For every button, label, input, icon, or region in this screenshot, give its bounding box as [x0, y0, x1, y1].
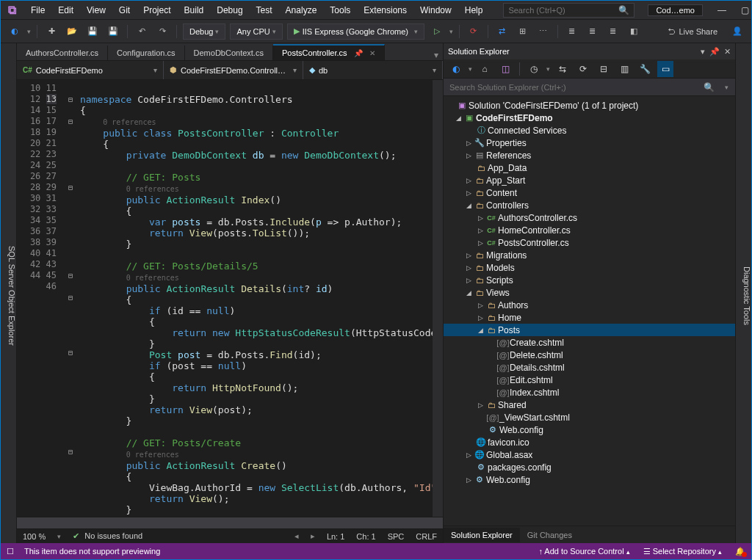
expand-icon[interactable]: ◢: [454, 114, 463, 122]
tree-favicon[interactable]: 🌐favicon.ico: [444, 436, 735, 448]
se-sync-button[interactable]: ⇆: [554, 61, 571, 77]
tree-references[interactable]: ▷▤References: [444, 149, 735, 161]
se-home-button[interactable]: ⌂: [477, 61, 493, 77]
tree-webconfig-views[interactable]: ⚙Web.config: [444, 423, 735, 436]
tree-posts-controller[interactable]: ▷C#PostsController.cs: [444, 236, 735, 249]
tree-content[interactable]: ▷🗀Content: [444, 186, 735, 199]
tree-models[interactable]: ▷🗀Models: [444, 261, 735, 274]
menu-tools[interactable]: Tools: [324, 3, 356, 18]
browser-link-button[interactable]: ⇄: [494, 23, 510, 40]
caret-next-button[interactable]: ▸: [311, 531, 315, 541]
horizontal-scrollbar[interactable]: [17, 517, 443, 528]
tab-overflow-button[interactable]: ▾: [430, 50, 443, 60]
doc-tab-configuration[interactable]: Configuration.cs: [108, 46, 185, 60]
expand-icon[interactable]: ▷: [476, 214, 485, 222]
expand-icon[interactable]: ▷: [464, 476, 473, 484]
select-repository[interactable]: ☰ Select Repository ▴: [643, 547, 722, 556]
menu-file[interactable]: File: [25, 3, 51, 18]
code-editor[interactable]: 10 11 12 13 14 15 16 17 18 19 20 21 22 2…: [17, 80, 443, 517]
se-back-button[interactable]: ◐: [448, 61, 464, 77]
expand-icon[interactable]: ▷: [476, 401, 485, 409]
tree-app-data[interactable]: 🗀App_Data: [444, 161, 735, 174]
tab-close-icon[interactable]: ✕: [369, 49, 375, 57]
tree-properties[interactable]: ▷🔧Properties: [444, 137, 735, 149]
menu-view[interactable]: View: [81, 3, 112, 18]
build-config-select[interactable]: Debug ▾: [183, 23, 225, 40]
platform-select[interactable]: Any CPU ▾: [230, 23, 282, 40]
maximize-button[interactable]: ▢: [735, 3, 752, 18]
tree-app-start[interactable]: ▷🗀App_Start: [444, 174, 735, 186]
format-button[interactable]: ≣: [564, 23, 580, 40]
tree-webconfig[interactable]: ▷⚙Web.config: [444, 473, 735, 486]
se-preview-button[interactable]: ▭: [657, 61, 673, 77]
tree-migrations[interactable]: ▷🗀Migrations: [444, 249, 735, 261]
expand-icon[interactable]: ▷: [476, 227, 485, 234]
menu-git[interactable]: Git: [113, 3, 136, 18]
menu-test[interactable]: Test: [250, 3, 278, 18]
tree-create-cshtml[interactable]: [@]Create.cshtml: [444, 336, 735, 349]
tree-views-authors[interactable]: ▷🗀Authors: [444, 299, 735, 311]
save-button[interactable]: 💾: [84, 23, 101, 40]
issues-indicator[interactable]: ✔ No issues found: [73, 531, 142, 541]
menu-edit[interactable]: Edit: [52, 3, 79, 18]
expand-icon[interactable]: ◢: [464, 202, 473, 209]
solution-name-badge[interactable]: Cod…emo: [648, 4, 703, 16]
menu-help[interactable]: Help: [459, 3, 489, 18]
start-without-debug-button[interactable]: ▷: [429, 23, 445, 40]
expand-icon[interactable]: ▷: [464, 264, 473, 272]
se-collapse-button[interactable]: ⊟: [596, 61, 612, 77]
expand-icon[interactable]: ▷: [464, 152, 473, 159]
notifications-button[interactable]: 🔔: [735, 547, 745, 556]
nav-member-dropdown[interactable]: ◆ db ▾: [303, 61, 443, 79]
save-all-button[interactable]: 💾: [105, 23, 121, 40]
tree-authors-controller[interactable]: ▷C#AuthorsController.cs: [444, 211, 735, 224]
se-close-icon[interactable]: ✕: [724, 47, 731, 57]
tree-views-shared[interactable]: ▷🗀Shared: [444, 399, 735, 411]
expand-icon[interactable]: ▷: [464, 139, 473, 147]
left-tool-rail[interactable]: SQL Server Object Explorer: [1, 43, 17, 543]
new-item-button[interactable]: ✚: [43, 23, 59, 40]
tree-views-posts[interactable]: ◢🗀Posts: [444, 324, 735, 336]
tree-home-controller[interactable]: ▷C#HomeController.cs: [444, 224, 735, 236]
redo-button[interactable]: ↷: [154, 23, 170, 40]
se-pin-icon[interactable]: 📌: [709, 47, 720, 57]
expand-icon[interactable]: ▷: [476, 302, 485, 309]
back-button[interactable]: ◐: [7, 23, 23, 40]
se-search-input[interactable]: [444, 79, 700, 95]
tree-index-cshtml[interactable]: [@]Index.cshtml: [444, 386, 735, 399]
bookmark-button[interactable]: ◧: [626, 23, 642, 40]
code-content[interactable]: namespace CodeFirstEFDemo.Controllers { …: [76, 80, 433, 517]
se-switch-view-button[interactable]: ◫: [497, 61, 513, 77]
doc-tab-authors[interactable]: AuthorsController.cs: [17, 46, 108, 60]
open-button[interactable]: 📂: [64, 23, 80, 40]
tree-edit-cshtml[interactable]: [@]Edit.cshtml: [444, 374, 735, 386]
tree-views-home[interactable]: ▷🗀Home: [444, 311, 735, 324]
navigate-button[interactable]: ⋯: [535, 23, 552, 40]
menu-debug[interactable]: Debug: [211, 3, 248, 18]
se-title-bar[interactable]: Solution Explorer ▾ 📌 ✕: [444, 43, 735, 59]
tab-solution-explorer[interactable]: Solution Explorer: [444, 528, 520, 542]
add-source-control[interactable]: ↑ Add to Source Control ▴: [538, 547, 629, 556]
tree-viewstart[interactable]: [@]_ViewStart.cshtml: [444, 411, 735, 423]
expand-icon[interactable]: ▷: [464, 177, 473, 184]
se-properties-button[interactable]: 🔧: [637, 61, 653, 77]
caret-prev-button[interactable]: ◂: [294, 531, 299, 541]
tree-packages-config[interactable]: ⚙packages.config: [444, 461, 735, 473]
nav-project-dropdown[interactable]: C# CodeFirstEFDemo ▾: [17, 61, 164, 79]
tree-globalasax[interactable]: ▷🌐Global.asax: [444, 448, 735, 461]
hot-reload-button[interactable]: ⟳: [466, 23, 482, 40]
tree-project[interactable]: ◢ ▣ CodeFirstEFDemo: [444, 112, 735, 124]
se-show-all-button[interactable]: ▥: [616, 61, 632, 77]
pin-icon[interactable]: 📌: [354, 49, 363, 57]
tree-solution[interactable]: ▣ Solution 'CodeFirstEFDemo' (1 of 1 pro…: [444, 99, 735, 112]
menu-project[interactable]: Project: [137, 3, 176, 18]
minimize-button[interactable]: —: [712, 3, 732, 18]
expand-icon[interactable]: ▷: [464, 451, 473, 459]
menu-window[interactable]: Window: [414, 3, 458, 18]
menu-extensions[interactable]: Extensions: [358, 3, 413, 18]
account-button[interactable]: 👤: [729, 23, 745, 40]
menu-build[interactable]: Build: [178, 3, 210, 18]
tree-controllers[interactable]: ◢🗀Controllers: [444, 199, 735, 211]
se-search[interactable]: 🔍 ▾: [444, 79, 735, 96]
expand-icon[interactable]: ◢: [476, 327, 485, 334]
